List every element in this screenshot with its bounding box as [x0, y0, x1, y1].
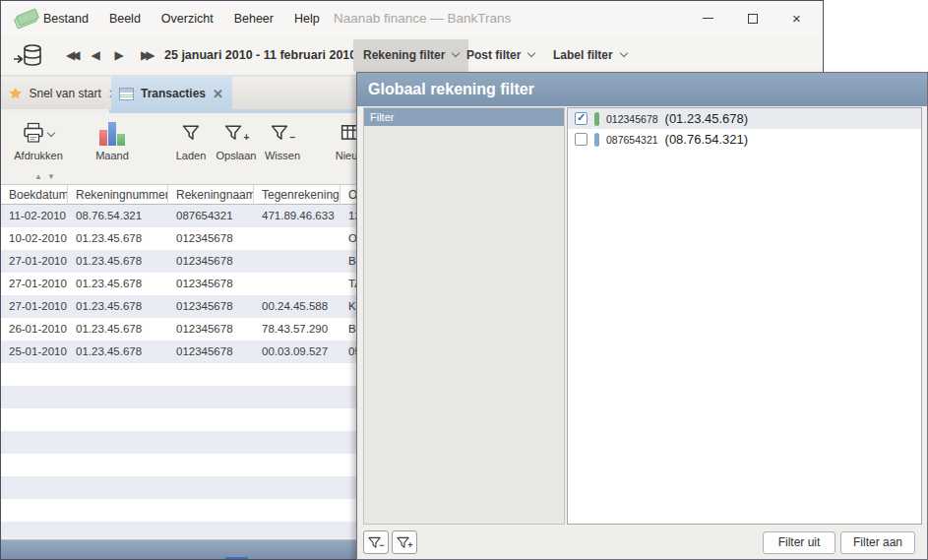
account-number: (01.23.45.678)	[665, 111, 749, 126]
checkbox-checked[interactable]	[575, 112, 588, 125]
nav-last-button[interactable]: ▶▶	[131, 35, 160, 76]
label-filter-button[interactable]: Label filter	[543, 39, 637, 72]
maximize-icon	[748, 14, 758, 24]
cell-tegenrekening	[254, 250, 340, 273]
right-arrow-icon: ▶	[114, 48, 123, 62]
column-header-rekeningnummer[interactable]: Rekeningnummer	[68, 185, 168, 205]
cell-rekeningnummer: 01.23.45.678	[68, 273, 168, 295]
tab-label: Snel van start	[29, 87, 100, 100]
window-controls: ×	[686, 1, 819, 35]
menu-help[interactable]: Help	[294, 12, 320, 26]
globaal-rekening-filter-dialog: Globaal rekening filter Filter 012345678…	[356, 72, 928, 560]
cell-rekeningnaam: 012345678	[168, 250, 254, 273]
cell-boekdatum: 27-01-2010	[1, 273, 68, 295]
cell-rekeningnummer: 01.23.45.678	[68, 295, 168, 318]
filter-aan-button[interactable]: Filter aan	[840, 531, 915, 554]
wissen-button[interactable]: − Wissen	[243, 119, 322, 166]
cell-rekeningnummer: 08.76.54.321	[68, 205, 168, 227]
minus-glyph: −	[290, 132, 296, 143]
cell-boekdatum: 27-01-2010	[1, 250, 68, 273]
afdrukken-button[interactable]: Afdrukken	[0, 119, 78, 166]
remove-filter-button[interactable]: −	[363, 530, 389, 554]
double-left-arrow-icon: ◀◀	[66, 48, 76, 62]
minimize-button[interactable]	[686, 1, 730, 35]
cell-tegenrekening	[254, 227, 340, 250]
tab-transacties[interactable]: Transacties ✕	[111, 77, 232, 110]
nav-first-button[interactable]: ◀◀	[56, 35, 86, 76]
account-color-bar	[594, 112, 599, 126]
funnel-minus-icon	[270, 123, 289, 143]
cell-boekdatum: 26-01-2010	[1, 318, 68, 341]
funnel-plus-icon	[223, 123, 243, 143]
menubar: Bestand Beeld Overzicht Beheer Help	[43, 1, 320, 35]
post-filter-button[interactable]: Post filter	[457, 39, 544, 72]
chevron-down-icon	[47, 129, 55, 137]
close-icon: ×	[792, 11, 801, 26]
menu-bestand[interactable]: Bestand	[43, 12, 89, 26]
close-button[interactable]: ×	[774, 1, 819, 35]
titlebar: Bestand Beeld Overzicht Beheer Help Naan…	[1, 1, 823, 35]
date-range-dropdown[interactable]: 25 januari 2010 - 11 februari 2010	[164, 35, 370, 76]
cell-tegenrekening: 78.43.57.290	[254, 318, 340, 341]
window-title: Naanab finance — BankTrans	[334, 1, 511, 35]
account-list-item[interactable]: 012345678 (01.23.45.678)	[568, 108, 921, 129]
tab-close-icon[interactable]: ✕	[213, 87, 223, 101]
cell-tegenrekening: 00.24.45.588	[254, 295, 340, 318]
double-right-arrow-icon: ▶▶	[141, 48, 151, 62]
rekening-filter-button[interactable]: Rekening filter	[353, 39, 468, 72]
filter-panel-header: Filter	[364, 108, 564, 126]
add-filter-button[interactable]: +	[392, 530, 417, 554]
cell-tegenrekening: 471.89.46.633	[254, 205, 340, 227]
maand-button[interactable]: Maand	[73, 119, 152, 166]
nav-prev-button[interactable]: ◀	[86, 35, 105, 76]
collapse-expand-arrows[interactable]: ▲▼	[34, 172, 60, 181]
printer-icon	[23, 122, 44, 144]
nav-next-button[interactable]: ▶	[109, 35, 129, 76]
cell-rekeningnaam: 012345678	[168, 295, 254, 318]
cell-rekeningnaam: 012345678	[168, 341, 254, 363]
cell-rekeningnummer: 01.23.45.678	[68, 341, 168, 363]
column-header-tegenrekening[interactable]: Tegenrekening	[254, 185, 340, 205]
column-header-boekdatum[interactable]: Boekdatum	[1, 185, 68, 205]
left-arrow-icon: ◀	[91, 48, 99, 62]
star-icon: ★	[9, 85, 22, 102]
menu-beeld[interactable]: Beeld	[109, 12, 141, 26]
tab-label: Transacties	[141, 87, 206, 100]
main-toolbar: ◀◀ ◀ ▶ ▶▶ 25 januari 2010 - 11 februari …	[1, 35, 823, 76]
account-color-bar	[594, 133, 599, 147]
plus-glyph: +	[407, 540, 412, 550]
cell-boekdatum: 11-02-2010	[1, 205, 68, 227]
checkbox-unchecked[interactable]	[575, 133, 588, 146]
cell-boekdatum: 10-02-2010	[1, 227, 68, 250]
account-list-item[interactable]: 087654321 (08.76.54.321)	[568, 129, 921, 150]
cell-rekeningnummer: 01.23.45.678	[68, 227, 168, 250]
tab-snel-van-start[interactable]: ★ Snel van start ✕	[1, 77, 109, 110]
cell-boekdatum: 27-01-2010	[1, 295, 68, 318]
menu-overzicht[interactable]: Overzicht	[161, 12, 214, 26]
table-icon	[119, 88, 134, 100]
cell-boekdatum: 25-01-2010	[1, 341, 68, 363]
cell-tegenrekening: 00.03.09.527	[254, 341, 340, 363]
account-name: 087654321	[606, 134, 658, 146]
cell-rekeningnaam: 087654321	[168, 205, 254, 227]
account-name: 012345678	[606, 113, 658, 125]
minimize-icon	[703, 18, 713, 19]
cell-rekeningnaam: 012345678	[168, 273, 254, 295]
chevron-down-icon	[527, 49, 535, 57]
database-import-icon[interactable]	[13, 42, 44, 70]
filter-uit-button[interactable]: Filter uit	[763, 531, 835, 554]
filter-panel: Filter	[363, 107, 565, 525]
minus-glyph: −	[379, 540, 384, 550]
app-logo-icon	[14, 9, 39, 29]
maximize-button[interactable]	[730, 1, 774, 35]
dialog-footer: − + Filter uit Filter aan	[357, 526, 927, 560]
bar-chart-icon	[99, 120, 125, 146]
column-header-rekeningnaam[interactable]: Rekeningnaam	[168, 185, 254, 205]
menu-beheer[interactable]: Beheer	[234, 12, 274, 26]
cell-tegenrekening	[254, 273, 340, 295]
dialog-title: Globaal rekening filter	[357, 73, 927, 106]
chevron-down-icon	[619, 49, 627, 57]
cell-rekeningnaam: 012345678	[168, 227, 254, 250]
cell-rekeningnummer: 01.23.45.678	[68, 250, 168, 273]
cell-rekeningnaam: 012345678	[168, 318, 254, 341]
